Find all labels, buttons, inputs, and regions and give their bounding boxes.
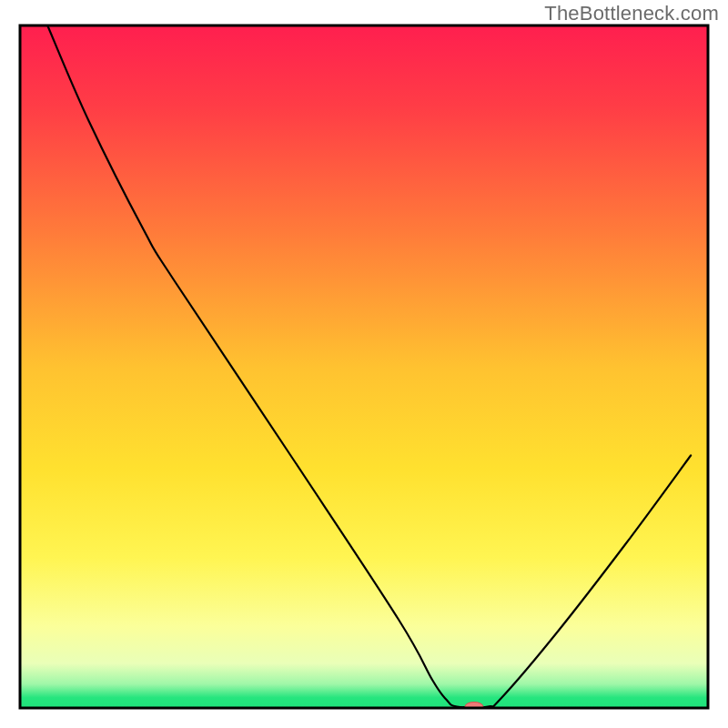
watermark-text: TheBottleneck.com: [544, 2, 719, 25]
plot-area: [20, 25, 708, 712]
chart-container: TheBottleneck.com: [0, 0, 728, 728]
chart-svg: [0, 0, 728, 728]
gradient-background: [20, 25, 708, 708]
